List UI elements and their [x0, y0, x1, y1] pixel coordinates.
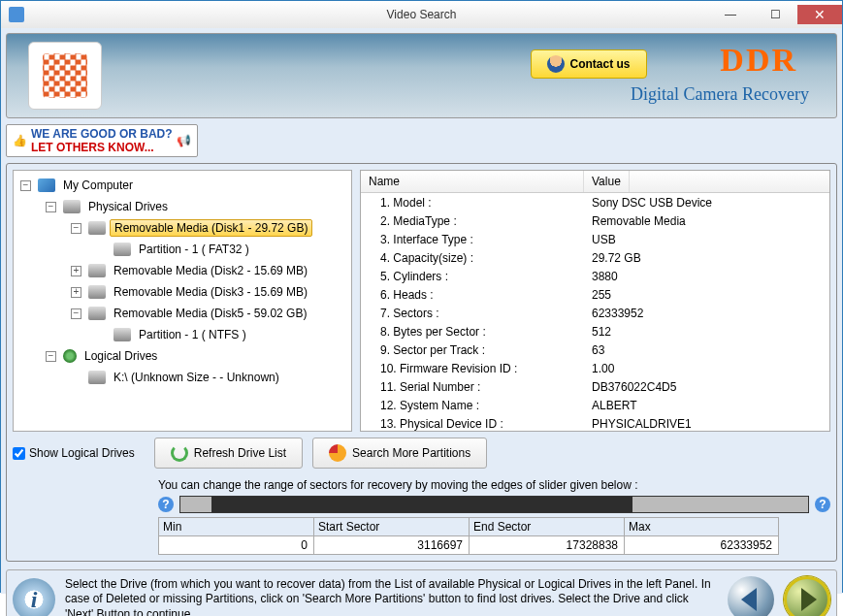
- speaker-icon: 📢: [177, 134, 191, 147]
- tree-root[interactable]: − My Computer: [16, 175, 349, 196]
- info-icon: i: [13, 578, 55, 616]
- tree-label: Removable Media (Disk3 - 15.69 MB): [110, 284, 311, 300]
- pie-icon: [329, 444, 346, 462]
- cell-name: 9. Sector per Track :: [361, 342, 584, 358]
- cell-value: PHYSICALDRIVE1: [584, 416, 699, 432]
- back-button[interactable]: [728, 576, 774, 616]
- sector-field[interactable]: Start Sector3116697: [313, 517, 469, 555]
- tree-drive-item[interactable]: + Removable Media (Disk3 - 15.69 MB): [16, 281, 349, 303]
- titlebar: Video Search — ☐ ✕: [1, 1, 842, 28]
- cell-name: 6. Heads :: [361, 287, 584, 303]
- drive-icon: [88, 285, 106, 299]
- sector-label: Min: [159, 518, 313, 536]
- banner: Contact us DDR Digital Camera Recovery: [6, 33, 837, 118]
- drive-icon: [88, 371, 106, 384]
- table-row[interactable]: 10. Firmware Revision ID :1.00: [361, 359, 829, 377]
- cell-value: Removable Media: [584, 213, 694, 229]
- tree-label-selected: Removable Media (Disk1 - 29.72 GB): [110, 219, 312, 237]
- tree-partition-item[interactable]: Partition - 1 ( FAT32 ): [16, 239, 349, 260]
- cell-name: 11. Serial Number :: [361, 379, 584, 395]
- cell-value: USB: [584, 232, 624, 247]
- tree-label: Removable Media (Disk2 - 15.69 MB): [110, 263, 311, 278]
- tree-logical-item[interactable]: K:\ (Unknown Size - - Unknown): [16, 367, 349, 388]
- sector-field[interactable]: Min0: [158, 517, 313, 555]
- expand-icon[interactable]: +: [71, 266, 81, 276]
- tree-drive-item[interactable]: − Removable Media (Disk5 - 59.02 GB): [16, 303, 349, 324]
- sector-value: 0: [159, 536, 313, 554]
- cell-name: 8. Bytes per Sector :: [361, 324, 584, 340]
- feedback-banner[interactable]: 👍 WE ARE GOOD OR BAD? LET OTHERS KNOW...…: [6, 124, 198, 157]
- logo-icon: [43, 53, 87, 98]
- column-header-value[interactable]: Value: [584, 171, 630, 192]
- next-button[interactable]: [784, 576, 830, 616]
- sector-field[interactable]: Max62333952: [624, 517, 779, 555]
- sector-field[interactable]: End Sector17328838: [469, 517, 624, 555]
- refresh-drive-list-button[interactable]: Refresh Drive List: [154, 438, 303, 469]
- tree-drive-item[interactable]: + Removable Media (Disk2 - 15.69 MB): [16, 260, 349, 281]
- drive-icon: [88, 221, 106, 235]
- maximize-button[interactable]: ☐: [753, 5, 797, 24]
- cell-name: 13. Physical Device ID :: [361, 416, 584, 432]
- cell-value: 512: [584, 324, 619, 340]
- table-row[interactable]: 4. Capacity(size) :29.72 GB: [361, 248, 829, 267]
- hint-text: Select the Drive (from which you want to…: [65, 577, 718, 616]
- table-row[interactable]: 11. Serial Number :DB376022C4D5: [361, 377, 829, 396]
- drive-tree[interactable]: − My Computer − Physical Drives − Remova…: [13, 170, 352, 432]
- collapse-icon[interactable]: −: [71, 223, 81, 234]
- tree-label: My Computer: [59, 178, 137, 193]
- tree-physical-drives[interactable]: − Physical Drives: [16, 196, 349, 217]
- globe-icon: [63, 349, 77, 363]
- table-row[interactable]: 8. Bytes per Sector :512: [361, 322, 829, 340]
- button-label: Refresh Drive List: [194, 446, 286, 460]
- table-row[interactable]: 3. Interface Type :USB: [361, 230, 829, 248]
- sector-value: 17328838: [470, 536, 624, 554]
- drive-icon: [63, 200, 81, 213]
- cell-name: 7. Sectors :: [361, 306, 584, 321]
- collapse-icon[interactable]: −: [46, 351, 56, 362]
- arrow-right-icon: [801, 588, 817, 611]
- table-row[interactable]: 9. Sector per Track :63: [361, 340, 829, 359]
- column-header-name[interactable]: Name: [361, 171, 584, 192]
- cell-name: 1. Model :: [361, 195, 584, 211]
- app-icon: [9, 7, 24, 22]
- table-row[interactable]: 5. Cylinders :3880: [361, 267, 829, 285]
- table-row[interactable]: 13. Physical Device ID :PHYSICALDRIVE1: [361, 414, 829, 433]
- checkbox-input[interactable]: [13, 447, 25, 460]
- table-row[interactable]: 1. Model :Sony DSC USB Device: [361, 193, 829, 211]
- contact-us-button[interactable]: Contact us: [531, 49, 647, 79]
- table-row[interactable]: 7. Sectors :62333952: [361, 304, 829, 322]
- cell-name: 3. Interface Type :: [361, 232, 584, 247]
- collapse-icon[interactable]: −: [20, 180, 31, 191]
- slider-instruction: You can change the range of sectors for …: [158, 478, 830, 492]
- table-row[interactable]: 2. MediaType :Removable Media: [361, 211, 829, 230]
- properties-table: Name Value 1. Model :Sony DSC USB Device…: [360, 170, 830, 432]
- sector-value: 3116697: [314, 536, 469, 554]
- cell-name: 4. Capacity(size) :: [361, 250, 584, 266]
- cell-name: 10. Firmware Revision ID :: [361, 361, 584, 376]
- main-window: Video Search — ☐ ✕ Contact us DDR Digita…: [0, 0, 843, 593]
- close-button[interactable]: ✕: [797, 5, 842, 24]
- sector-label: Start Sector: [314, 518, 469, 536]
- help-icon[interactable]: ?: [815, 497, 830, 512]
- minimize-button[interactable]: —: [708, 5, 753, 24]
- sector-slider[interactable]: [179, 496, 809, 513]
- cell-value: Sony DSC USB Device: [584, 195, 720, 211]
- collapse-icon[interactable]: −: [71, 308, 81, 319]
- tree-label: Partition - 1 ( NTFS ): [135, 327, 250, 342]
- show-logical-checkbox[interactable]: Show Logical Drives: [13, 446, 135, 460]
- tree-logical-drives[interactable]: − Logical Drives: [16, 345, 349, 367]
- cell-value: ALBERT: [584, 398, 644, 413]
- partition-icon: [113, 328, 131, 341]
- brand-subtitle: Digital Camera Recovery: [631, 84, 809, 105]
- window-title: Video Search: [387, 8, 457, 21]
- feedback-line1: WE ARE GOOD OR BAD?: [31, 127, 173, 141]
- table-row[interactable]: 12. System Name :ALBERT: [361, 396, 829, 414]
- help-icon[interactable]: ?: [158, 497, 174, 512]
- tree-partition-item[interactable]: Partition - 1 ( NTFS ): [16, 324, 349, 345]
- expand-icon[interactable]: +: [71, 287, 81, 298]
- table-row[interactable]: 6. Heads :255: [361, 285, 829, 304]
- tree-drive-item[interactable]: − Removable Media (Disk1 - 29.72 GB): [16, 217, 349, 239]
- collapse-icon[interactable]: −: [46, 202, 56, 212]
- search-more-partitions-button[interactable]: Search More Partitions: [312, 438, 487, 469]
- contact-label: Contact us: [569, 57, 630, 71]
